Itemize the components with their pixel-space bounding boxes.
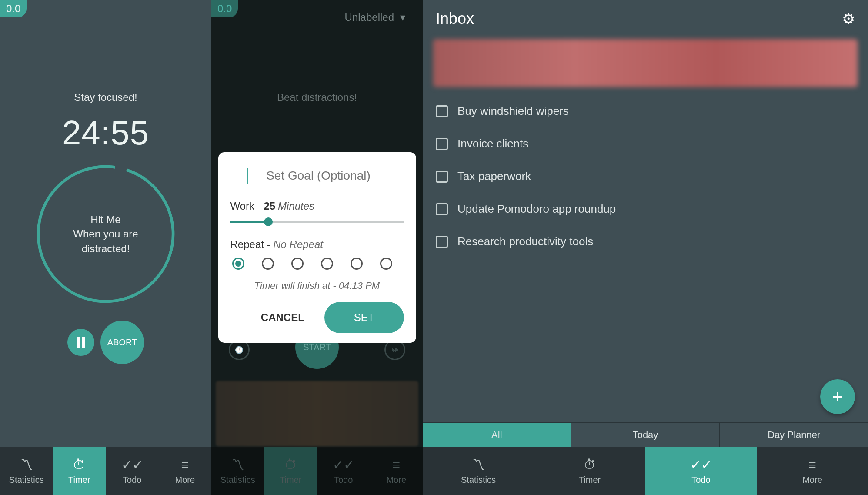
page-title: Inbox [436, 10, 474, 28]
stopwatch-icon: ⏱ [583, 458, 596, 472]
add-task-fab[interactable]: + [820, 379, 855, 414]
distraction-circle[interactable]: Hit Me When you are distracted! [34, 162, 177, 306]
gear-icon[interactable]: ⚙ [842, 10, 855, 27]
bottom-nav: 〽 Statistics ⏱ Timer ✓✓ Todo ≡ More [423, 447, 868, 495]
checkbox[interactable] [436, 236, 448, 248]
circle-line1: Hit Me [90, 212, 120, 227]
repeat-prefix: Repeat - [230, 238, 274, 250]
nav-label: More [175, 475, 195, 485]
work-label: Work - 25Minutes [230, 200, 404, 212]
finish-time-text: Timer will finish at - 04:13 PM [230, 280, 404, 291]
todo-label: Tax paperwork [457, 170, 531, 183]
todo-label: Research productivity tools [457, 235, 593, 248]
checkbox[interactable] [436, 203, 448, 215]
todo-label: Update Pomodoro app roundup [457, 202, 616, 216]
todo-label: Buy windshield wipers [457, 104, 569, 118]
todo-item[interactable]: Research productivity tools [423, 225, 868, 258]
circle-text: Hit Me When you are distracted! [34, 162, 177, 306]
nav-more[interactable]: ≡ More [159, 447, 212, 495]
chart-line-icon: 〽 [20, 458, 33, 472]
timer-controls: ABORT [0, 321, 211, 364]
repeat-radio-0[interactable] [232, 258, 244, 270]
pause-button[interactable] [67, 329, 94, 356]
filter-all[interactable]: All [423, 423, 571, 447]
inbox-header: Inbox ⚙ [423, 0, 868, 34]
nav-timer[interactable]: ⏱ Timer [53, 447, 106, 495]
focus-prompt: Stay focused! [0, 91, 211, 104]
timer-setup-screen: 0.0 Unlabelled ▾ Beat distractions! 🕒 🕪 … [211, 0, 423, 495]
cancel-button[interactable]: CANCEL [251, 304, 314, 331]
goal-input[interactable] [247, 168, 386, 184]
repeat-options [230, 258, 404, 270]
chart-line-icon: 〽 [472, 458, 485, 472]
slider-fill [230, 221, 269, 223]
timer-countdown: 24:55 [0, 113, 211, 153]
circle-line2: When you are distracted! [51, 227, 160, 256]
stopwatch-icon: ⏱ [73, 458, 86, 472]
timer-running-screen: 0.0 Stay focused! 24:55 Hit Me When you … [0, 0, 211, 495]
nav-label: More [802, 475, 822, 485]
pause-icon [77, 337, 85, 348]
repeat-radio-3[interactable] [321, 258, 333, 270]
todo-label: Invoice clients [457, 137, 528, 151]
work-prefix: Work - [230, 200, 264, 212]
checkbox[interactable] [436, 105, 448, 117]
abort-button[interactable]: ABORT [100, 321, 144, 364]
work-unit: Minutes [278, 200, 314, 212]
filter-today[interactable]: Today [571, 423, 720, 447]
todo-item[interactable]: Invoice clients [423, 127, 868, 160]
plus-icon: + [832, 386, 843, 408]
nav-more[interactable]: ≡ More [757, 447, 868, 495]
filter-day-planner[interactable]: Day Planner [720, 423, 868, 447]
nav-label: Timer [579, 475, 601, 485]
set-button[interactable]: SET [324, 302, 404, 333]
repeat-radio-1[interactable] [262, 258, 274, 270]
nav-statistics[interactable]: 〽 Statistics [423, 447, 534, 495]
repeat-radio-2[interactable] [291, 258, 304, 270]
repeat-label: Repeat - No Repeat [230, 238, 404, 251]
inbox-screen: Inbox ⚙ Buy windshield wipers Invoice cl… [423, 0, 868, 495]
nav-label: Statistics [9, 475, 44, 485]
work-minutes: 25 [264, 200, 275, 212]
double-check-icon: ✓✓ [690, 457, 712, 472]
nav-timer[interactable]: ⏱ Timer [534, 447, 645, 495]
repeat-radio-5[interactable] [380, 258, 392, 270]
work-slider[interactable] [230, 221, 404, 223]
redacted-banner [433, 39, 858, 87]
repeat-radio-4[interactable] [351, 258, 363, 270]
dialog-buttons: CANCEL SET [230, 302, 404, 333]
todo-item[interactable]: Tax paperwork [423, 160, 868, 193]
repeat-value: No Repeat [273, 238, 323, 250]
version-badge: 0.0 [0, 0, 27, 17]
dialog-overlay: Work - 25Minutes Repeat - No Repeat Time… [211, 0, 423, 495]
nav-statistics[interactable]: 〽 Statistics [0, 447, 53, 495]
nav-todo[interactable]: ✓✓ Todo [645, 447, 757, 495]
todo-item[interactable]: Buy windshield wipers [423, 95, 868, 127]
slider-thumb[interactable] [264, 217, 273, 226]
nav-label: Timer [68, 475, 90, 485]
nav-label: Statistics [461, 475, 496, 485]
todo-item[interactable]: Update Pomodoro app roundup [423, 193, 868, 225]
double-check-icon: ✓✓ [121, 457, 143, 472]
checkbox[interactable] [436, 138, 448, 150]
bottom-nav: 〽 Statistics ⏱ Timer ✓✓ Todo ≡ More [0, 447, 211, 495]
menu-icon: ≡ [808, 458, 816, 472]
nav-label: Todo [123, 475, 141, 485]
nav-todo[interactable]: ✓✓ Todo [106, 447, 159, 495]
menu-icon: ≡ [181, 458, 189, 472]
checkbox[interactable] [436, 171, 448, 183]
set-goal-dialog: Work - 25Minutes Repeat - No Repeat Time… [218, 152, 416, 343]
nav-label: Todo [691, 475, 710, 485]
filter-row: All Today Day Planner [423, 422, 868, 447]
